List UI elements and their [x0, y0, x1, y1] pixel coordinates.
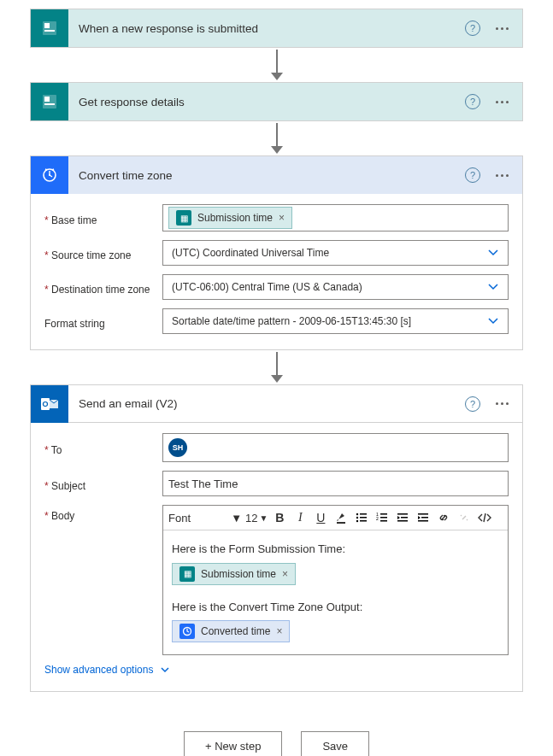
svg-point-14: [356, 520, 358, 522]
numbered-list-button[interactable]: 12: [374, 508, 391, 527]
svg-rect-23: [397, 513, 408, 515]
more-icon[interactable]: [491, 174, 514, 177]
font-select[interactable]: Font▼: [168, 512, 242, 525]
to-input[interactable]: SH: [162, 433, 509, 462]
editor-toolbar: Font▼ 12▼ B I U 12: [163, 506, 508, 530]
token-submission-time[interactable]: ▦ Submission time ×: [168, 207, 292, 229]
chevron-down-icon: [487, 249, 499, 257]
svg-rect-21: [380, 517, 387, 519]
unlink-button[interactable]: [456, 508, 473, 527]
token-converted-time[interactable]: Converted time ×: [172, 620, 290, 642]
indent-button[interactable]: [415, 508, 432, 527]
step-header[interactable]: Convert time zone ?: [31, 156, 522, 194]
help-icon[interactable]: ?: [465, 21, 480, 36]
underline-button[interactable]: U: [312, 508, 329, 527]
svg-rect-11: [337, 522, 345, 524]
outlook-icon: O: [31, 385, 68, 423]
italic-button[interactable]: I: [291, 508, 309, 527]
step-get-response[interactable]: Get response details ?: [30, 82, 523, 121]
step-send-email: O Send an email (V2) ? To SH Subject Tes…: [30, 384, 523, 692]
svg-rect-20: [380, 513, 387, 515]
flow-arrow: [271, 50, 283, 80]
help-icon[interactable]: ?: [465, 396, 480, 412]
svg-point-12: [356, 513, 358, 515]
svg-rect-28: [418, 520, 428, 522]
svg-text:O: O: [42, 400, 48, 408]
svg-rect-5: [44, 103, 55, 105]
remove-icon[interactable]: ×: [282, 566, 288, 582]
help-icon[interactable]: ?: [465, 94, 480, 109]
clock-icon: [31, 156, 68, 194]
bold-button[interactable]: B: [271, 508, 288, 527]
format-select[interactable]: Sortable date/time pattern - 2009-06-15T…: [162, 308, 509, 334]
dest-tz-select[interactable]: (UTC-06:00) Central Time (US & Canada): [162, 274, 509, 300]
remove-icon[interactable]: ×: [279, 212, 285, 224]
more-icon[interactable]: [491, 402, 514, 405]
font-size-select[interactable]: 12▼: [245, 512, 268, 525]
avatar[interactable]: SH: [168, 438, 187, 457]
base-time-input[interactable]: ▦ Submission time ×: [162, 204, 509, 231]
svg-rect-1: [44, 23, 50, 28]
help-icon[interactable]: ?: [465, 167, 480, 183]
label-source-tz: Source time zone: [44, 244, 162, 261]
chevron-down-icon: [487, 283, 499, 291]
forms-icon: [31, 83, 68, 120]
label-to: To: [44, 439, 162, 456]
show-advanced-options[interactable]: Show advanced options: [44, 664, 509, 676]
token-submission-time[interactable]: ▦ Submission time ×: [172, 563, 296, 585]
step-title: Send an email (V2): [79, 397, 455, 410]
subject-input[interactable]: Test The Time: [162, 471, 509, 496]
label-format: Format string: [44, 313, 162, 330]
svg-rect-16: [360, 517, 367, 519]
step-title: When a new response is submitted: [79, 22, 455, 35]
code-view-button[interactable]: [476, 508, 493, 527]
svg-rect-4: [44, 97, 50, 102]
flow-arrow: [271, 123, 283, 154]
bulleted-list-button[interactable]: [353, 508, 370, 527]
source-tz-select[interactable]: (UTC) Coordinated Universal Time: [162, 240, 509, 266]
flow-arrow: [271, 352, 283, 383]
chevron-down-icon: [160, 666, 170, 674]
svg-rect-17: [360, 520, 367, 522]
label-subject: Subject: [44, 475, 162, 492]
svg-rect-2: [44, 30, 55, 32]
svg-rect-15: [360, 513, 367, 515]
clock-icon: [179, 624, 195, 639]
forms-icon: [31, 9, 68, 47]
svg-rect-22: [380, 520, 387, 522]
svg-rect-27: [421, 517, 428, 519]
chevron-down-icon: [487, 317, 499, 325]
label-body: Body: [44, 505, 162, 522]
svg-point-13: [356, 517, 358, 519]
rich-text-editor: Font▼ 12▼ B I U 12: [162, 505, 509, 655]
forms-icon: ▦: [176, 210, 191, 226]
more-icon[interactable]: [491, 101, 514, 103]
svg-rect-25: [397, 520, 408, 522]
color-button[interactable]: [332, 508, 350, 527]
new-step-button[interactable]: + New step: [184, 731, 282, 756]
svg-rect-24: [401, 517, 408, 519]
step-title: Convert time zone: [79, 169, 455, 182]
save-button[interactable]: Save: [301, 731, 369, 756]
step-convert-time: Convert time zone ? Base time ▦ Submissi…: [30, 155, 523, 350]
editor-body[interactable]: Here is the Form Submission Time: ▦ Subm…: [163, 530, 508, 654]
forms-icon: ▦: [179, 566, 195, 582]
svg-rect-26: [418, 513, 428, 515]
outdent-button[interactable]: [394, 508, 411, 527]
step-forms-trigger[interactable]: When a new response is submitted ?: [30, 9, 523, 48]
label-base-time: Base time: [44, 209, 162, 226]
svg-text:2: 2: [376, 516, 379, 521]
remove-icon[interactable]: ×: [276, 624, 282, 639]
step-header[interactable]: O Send an email (V2) ?: [31, 385, 522, 423]
link-button[interactable]: [435, 508, 452, 527]
label-dest-tz: Destination time zone: [44, 278, 162, 296]
step-title: Get response details: [79, 96, 455, 108]
more-icon[interactable]: [491, 27, 514, 30]
